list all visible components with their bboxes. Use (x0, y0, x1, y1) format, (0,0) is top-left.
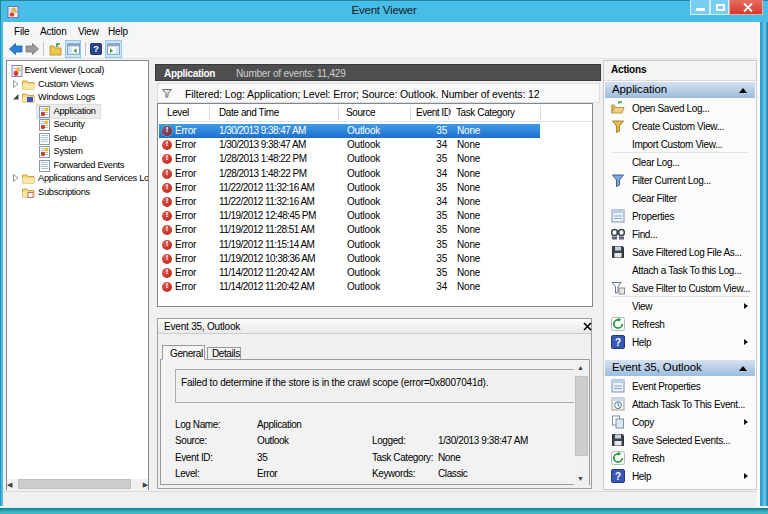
svg-text:?: ? (93, 44, 99, 54)
svg-text:?: ? (615, 471, 621, 482)
svg-text:?: ? (615, 337, 621, 348)
